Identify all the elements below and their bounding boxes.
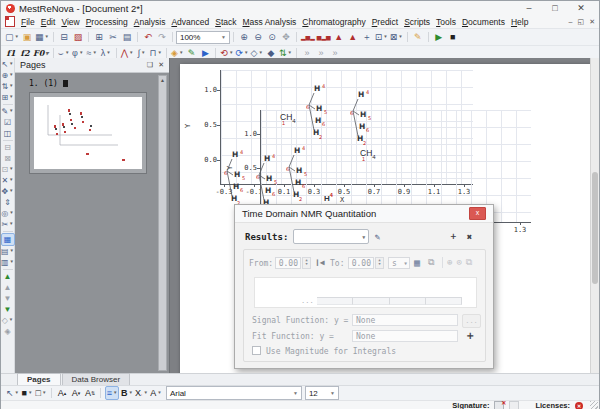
methane-structure-4[interactable]: H46H5H6H2 xyxy=(306,82,332,144)
pan-icon[interactable]: ✥ xyxy=(280,31,292,43)
expand-spectrum-icon[interactable]: ▅▂▅ xyxy=(317,31,331,43)
move-to-start-icon[interactable]: ❙◀ xyxy=(315,258,325,267)
add-fit-function-button[interactable]: ＋ xyxy=(462,329,478,342)
edit-result-icon[interactable]: ✎ xyxy=(369,230,385,243)
pages-scrollbar[interactable]: ▲ xyxy=(158,75,167,371)
zoom-out-icon[interactable]: ⊖ xyxy=(252,31,264,43)
licenses-error-icon[interactable]: ✕ xyxy=(575,402,583,409)
cut-icon[interactable]: ✂ xyxy=(107,31,119,43)
export-pdf-icon[interactable]: ▨ xyxy=(72,31,84,43)
sort-tool-icon[interactable]: ⇕ xyxy=(2,197,14,208)
font-reset-icon[interactable]: A⇅ xyxy=(84,387,96,399)
edit-script-icon[interactable]: ✎ xyxy=(412,31,424,43)
new-document-icon[interactable]: ▢▼ xyxy=(5,31,19,43)
line-color-icon[interactable]: □▼ xyxy=(35,387,47,399)
page-previous-icon[interactable]: ▲ xyxy=(2,282,14,293)
target-tool-icon[interactable]: ◎▼ xyxy=(1,208,13,219)
integral-tool-icon-1[interactable]: ⊕ xyxy=(447,257,452,267)
fit-function-field[interactable]: None xyxy=(352,330,458,342)
bold-icon[interactable]: B▼ xyxy=(121,387,133,399)
canvas-scrollbar-thumb[interactable] xyxy=(592,172,598,284)
add-result-icon[interactable]: ＋ xyxy=(445,230,461,243)
undo-icon[interactable]: ↶ xyxy=(142,31,154,43)
chart-view-icon[interactable]: ▤▼ xyxy=(1,246,14,257)
resize-grip[interactable] xyxy=(590,401,598,409)
browser-view-icon[interactable]: ▥▼ xyxy=(1,257,14,268)
cut-tool-icon[interactable]: ✂▼ xyxy=(1,219,13,230)
font-color-icon[interactable]: A▼ xyxy=(150,387,162,399)
canvas-scrollbar[interactable] xyxy=(590,58,599,373)
to-input[interactable]: 0.00 xyxy=(348,257,374,269)
methane-structure-5[interactable]: H46H5H6H2 xyxy=(350,88,376,150)
report-export-tool-icon[interactable]: ⊡▼ xyxy=(1,164,13,175)
from-input[interactable]: 0.00 xyxy=(275,257,301,269)
signature-invalid-icon[interactable]: ✕ xyxy=(494,401,504,409)
pointer-format-icon[interactable]: ↖▼ xyxy=(6,387,19,399)
select-box-tool-icon[interactable]: ☑ xyxy=(2,117,14,128)
unit-combobox[interactable]: s▼ xyxy=(388,257,410,269)
font-family-combobox[interactable]: Arial▼ xyxy=(166,386,302,400)
align-text-icon[interactable]: ≡▼ xyxy=(105,386,119,400)
menu-predict[interactable]: Predict xyxy=(369,17,401,27)
document-canvas[interactable]: 1.00.50.0-0.3-0.10.10.30.50.70.91.11.3YX… xyxy=(170,58,599,373)
zoom-tool-icon[interactable]: ⊕▼ xyxy=(1,70,13,81)
increase-intensity-icon[interactable]: ▲ xyxy=(333,31,345,43)
font-increase-icon[interactable]: A▴ xyxy=(56,387,68,399)
table-icon[interactable]: ▦ xyxy=(414,257,420,268)
close-icon[interactable]: ✕ xyxy=(568,3,594,13)
report-stamp-tool-icon[interactable]: ⊠ xyxy=(2,153,14,164)
tab-data-browser[interactable]: Data Browser xyxy=(62,373,130,385)
signature-stamp-icon[interactable] xyxy=(509,401,519,409)
methane-structure-3[interactable]: H46H5H6H2 xyxy=(286,144,312,206)
fit-tool-icon[interactable]: ⇅▼ xyxy=(1,81,13,92)
cut-region-icon[interactable]: ⊠▼ xyxy=(390,31,403,43)
signal-function-field[interactable]: None xyxy=(352,314,458,326)
menu-analysis[interactable]: Analysis xyxy=(131,17,169,27)
page-last-icon[interactable]: ▼ xyxy=(2,304,14,315)
menu-processing[interactable]: Processing xyxy=(83,17,131,27)
zoom-tools-icon[interactable]: ⊡▼ xyxy=(375,31,388,43)
copy-table-icon[interactable]: ⧉ xyxy=(428,257,434,268)
annotate-tool-icon[interactable]: ✎▼ xyxy=(1,106,13,117)
signal-function-browse-button[interactable]: ... xyxy=(462,314,481,328)
run-icon[interactable]: ▶ xyxy=(433,31,445,43)
use-magnitude-checkbox[interactable] xyxy=(252,346,261,355)
font-decrease-icon[interactable]: A▾ xyxy=(70,387,82,399)
from-stepper[interactable]: ▲▼ xyxy=(302,257,311,269)
dialog-close-icon[interactable]: x xyxy=(469,207,486,220)
menu-edit[interactable]: Edit xyxy=(38,17,59,27)
zoom-in-icon[interactable]: ⊕ xyxy=(238,31,250,43)
font-size-combobox[interactable]: 12▼ xyxy=(305,386,339,400)
paste-icon[interactable]: ▤ xyxy=(121,31,133,43)
report-tool-icon[interactable]: ⊟ xyxy=(2,142,14,153)
delete-result-icon[interactable]: ✖ xyxy=(461,230,477,243)
dialog-title-bar[interactable]: Time Domain NMR Quantitation x xyxy=(235,205,493,223)
layout-tool-icon[interactable]: ◫ xyxy=(2,128,14,139)
menu-file[interactable]: File xyxy=(18,17,38,27)
decrease-intensity-icon[interactable]: ▲ xyxy=(347,31,359,43)
maximize-icon[interactable]: □ xyxy=(542,3,568,13)
mdi-restore-icon[interactable]: ◱ xyxy=(578,18,585,26)
ch4-label-1[interactable]: CH41 xyxy=(280,112,296,124)
cube-tool-icon[interactable]: ◇▼ xyxy=(2,315,14,326)
to-stepper[interactable]: ▲▼ xyxy=(375,257,384,269)
integral-tool-icon-3[interactable]: ⧉ xyxy=(466,257,472,267)
menu-mass-analysis[interactable]: Mass Analysis xyxy=(239,17,299,27)
grid-tool-icon[interactable]: ⊞▼ xyxy=(1,92,13,103)
integral-tool-icon-2[interactable]: ⊙ xyxy=(456,257,461,267)
page-next-icon[interactable]: ▼ xyxy=(2,293,14,304)
page-item[interactable]: 1. (1) xyxy=(29,79,169,88)
menu-tools[interactable]: Tools xyxy=(433,17,459,27)
minimize-icon[interactable]: – xyxy=(516,3,542,13)
cube-solid-tool-icon[interactable]: ◈ xyxy=(2,326,14,337)
ch4-label-2[interactable]: CH41 xyxy=(360,148,376,160)
tab-pages[interactable]: Pages xyxy=(17,373,61,385)
panel-float-icon[interactable]: ❏ xyxy=(147,61,153,69)
zoom-level-combobox[interactable]: 100%▼ xyxy=(176,31,230,44)
move-tool-icon[interactable]: ✥▼ xyxy=(1,186,13,197)
mdi-minimize-icon[interactable]: – xyxy=(569,18,573,25)
save-document-icon[interactable]: ▦▼ xyxy=(35,31,49,43)
panel-close-icon[interactable]: ✕ xyxy=(158,61,164,69)
full-spectrum-icon[interactable]: ▂▅▂ xyxy=(301,31,315,43)
print-icon[interactable]: ⊟ xyxy=(58,31,70,43)
